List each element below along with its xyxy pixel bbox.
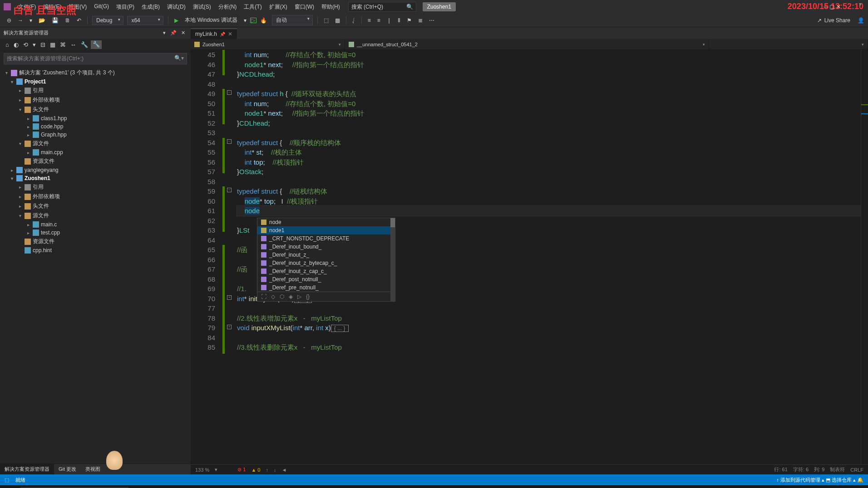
new-item-icon[interactable]: ▾ <box>27 16 35 24</box>
nav-back-icon[interactable]: ⊖ <box>4 16 14 24</box>
filter-icon[interactable]: ▷ <box>297 293 301 300</box>
paint-icon[interactable] <box>347 485 365 488</box>
source-control-status[interactable]: ↑ 添加到源代码管理 ▴ ⬒ 选择仓库 ▴ 🔔 <box>776 477 863 483</box>
platform-dropdown[interactable]: x64 <box>127 16 163 25</box>
intellisense-item[interactable]: _Deref_post_notnull_ <box>257 275 395 283</box>
code-line[interactable]: }OStack; <box>237 167 861 177</box>
tree-item[interactable]: ▸头文件 <box>0 201 191 211</box>
explorer-icon[interactable] <box>165 485 183 488</box>
config-dropdown[interactable]: Debug <box>92 16 123 25</box>
auto-dropdown[interactable]: 自动 <box>272 15 313 25</box>
start-button[interactable]: ⊞ <box>2 485 20 488</box>
filter-icon[interactable]: ◈ <box>289 293 293 300</box>
close-icon[interactable]: ✕ <box>836 4 841 10</box>
pin-icon[interactable]: 📌 <box>168 29 178 37</box>
tree-item[interactable]: ▾源文件 <box>0 139 191 148</box>
tree-item[interactable]: ▾源文件 <box>0 211 191 220</box>
minimize-icon[interactable]: ─ <box>824 4 828 10</box>
start-debug-icon[interactable]: ▶ <box>172 16 181 24</box>
window-split-icon[interactable]: ▾ <box>859 1 866 7</box>
tree-item[interactable]: ▸main.c <box>0 220 191 229</box>
indent-icon[interactable]: ≡ <box>365 16 374 24</box>
tool-icon[interactable]: ⎷ <box>350 16 358 24</box>
menu-item[interactable]: 调试(D) <box>163 1 189 13</box>
code-line[interactable]: //2.线性表增加元素x - myListTop <box>237 313 861 323</box>
tree-item[interactable]: 资源文件 <box>0 237 191 246</box>
debug-dropdown-icon[interactable]: ▾ <box>241 16 249 24</box>
tool-icon[interactable]: ▾ <box>31 40 38 49</box>
filter-icon[interactable]: 🔧 <box>79 40 90 49</box>
app-icon[interactable] <box>202 485 220 488</box>
code-line[interactable]: void inputXMyList(int* arr, int x){ ... … <box>237 323 861 333</box>
visual-studio-icon[interactable] <box>311 485 329 488</box>
edge-icon[interactable] <box>147 485 165 488</box>
code-line[interactable]: int top; //栈顶指针 <box>237 157 861 167</box>
tool-icon[interactable]: ⋯ <box>426 16 437 24</box>
maximize-icon[interactable]: ▢ <box>829 4 834 10</box>
solution-node[interactable]: ▾ 解决方案 'Zuoshen1' (3 个项目, 共 3 个) <box>0 68 191 78</box>
wrench-icon[interactable]: 🔧 <box>91 40 102 49</box>
tree-item[interactable]: cpp.hint <box>0 246 191 254</box>
code-line[interactable]: }NCDLhead; <box>237 69 861 79</box>
filter-icon[interactable]: ⛶ <box>261 293 266 300</box>
code-line[interactable] <box>237 128 861 138</box>
comment-icon[interactable]: ❘ <box>384 16 394 24</box>
code-line[interactable]: //3.线性表删除元素x - myListTop <box>237 342 861 352</box>
tree-item[interactable]: ▸引用 <box>0 182 191 192</box>
close-panel-icon[interactable]: ✕ <box>179 29 187 37</box>
code-line[interactable]: int* st; //栈的主体 <box>237 147 861 157</box>
home-icon[interactable]: ⌂ <box>4 40 11 49</box>
warning-count-icon[interactable]: ▲ 0 <box>251 467 260 473</box>
open-icon[interactable]: 📂 <box>36 16 48 24</box>
live-share-button[interactable]: ↗ Live Share 👤 <box>817 17 864 24</box>
tool-icon[interactable]: ⬚ <box>321 16 331 24</box>
app-icon[interactable] <box>183 485 202 488</box>
nav-up-icon[interactable]: ↑ <box>266 467 268 473</box>
app-icon[interactable] <box>292 485 311 488</box>
intellisense-item[interactable]: _Deref_inout_z_bytecap_c_ <box>257 259 395 267</box>
intellisense-scrollbar[interactable] <box>390 218 395 301</box>
tree-item[interactable]: ▾头文件 <box>0 105 191 114</box>
code-line[interactable]: node1* next; //指向第一个结点的指针 <box>237 108 861 118</box>
properties-icon[interactable]: ⌘ <box>58 40 68 49</box>
tool-icon[interactable]: ≣ <box>415 16 425 24</box>
tree-item[interactable]: ▸main.cpp <box>0 148 191 156</box>
zoom-dropdown-icon[interactable]: ▾ <box>215 467 217 473</box>
save-all-icon[interactable]: 🗎 <box>62 16 73 24</box>
status-icon[interactable]: ⬚ <box>5 477 9 483</box>
menu-item[interactable]: 测试(S) <box>189 1 215 13</box>
tree-item[interactable]: ▾Zuoshen1 <box>0 174 191 182</box>
scroll-left-icon[interactable]: ◄ <box>281 467 286 473</box>
fold-icon[interactable]: − <box>227 139 232 144</box>
code-line[interactable]: node <box>237 206 861 216</box>
wps-icon[interactable]: W <box>274 485 292 488</box>
intellisense-item[interactable]: _Deref_inout_bound_ <box>257 243 395 251</box>
code-line[interactable]: node* top; I //栈顶指针 <box>237 196 861 206</box>
code-line[interactable] <box>237 177 861 187</box>
code-line[interactable]: typedef struct h { //循环双链表的头结点 <box>237 89 861 99</box>
chrome-icon[interactable] <box>220 485 238 488</box>
code-editor[interactable]: 4546474849505152535455565758596061626364… <box>191 50 868 464</box>
indent-mode[interactable]: 制表符 <box>830 466 845 473</box>
tool-icon[interactable]: ▦ <box>332 16 343 24</box>
nav-down-icon[interactable]: ↓ <box>274 467 276 473</box>
code-line[interactable]: typedef struct { //顺序栈的结构体 <box>237 138 861 148</box>
close-tab-icon[interactable]: ✕ <box>228 31 232 37</box>
menu-item[interactable]: 扩展(X) <box>266 1 291 13</box>
hot-reload-icon[interactable]: 🔥 <box>257 16 270 24</box>
code-line[interactable]: }CDLhead; <box>237 118 861 128</box>
tree-item[interactable]: ▾Project1 <box>0 78 191 86</box>
task-view-icon[interactable]: ▭ <box>129 485 147 488</box>
code-line[interactable] <box>237 333 861 343</box>
nav-project-dropdown[interactable]: Zuoshen1 <box>191 39 345 49</box>
code-line[interactable]: int num; //存结点个数, 初始值=0 <box>237 99 861 109</box>
tree-item[interactable]: ▸yanglegeyang <box>0 166 191 174</box>
code-line[interactable] <box>237 303 861 313</box>
menu-item[interactable]: 窗口(W) <box>291 1 318 13</box>
save-icon[interactable]: 💾 <box>49 16 61 24</box>
code-line[interactable]: node1* next; //指向第一个结点的指针 <box>237 60 861 70</box>
code-line[interactable]: typedef struct { //链栈结构体 <box>237 186 861 196</box>
solution-badge[interactable]: Zuoshen1 <box>423 2 456 11</box>
start-without-debug-icon[interactable]: ▷ <box>250 18 256 23</box>
intellisense-item[interactable]: _Deref_inout_z_ <box>257 251 395 259</box>
